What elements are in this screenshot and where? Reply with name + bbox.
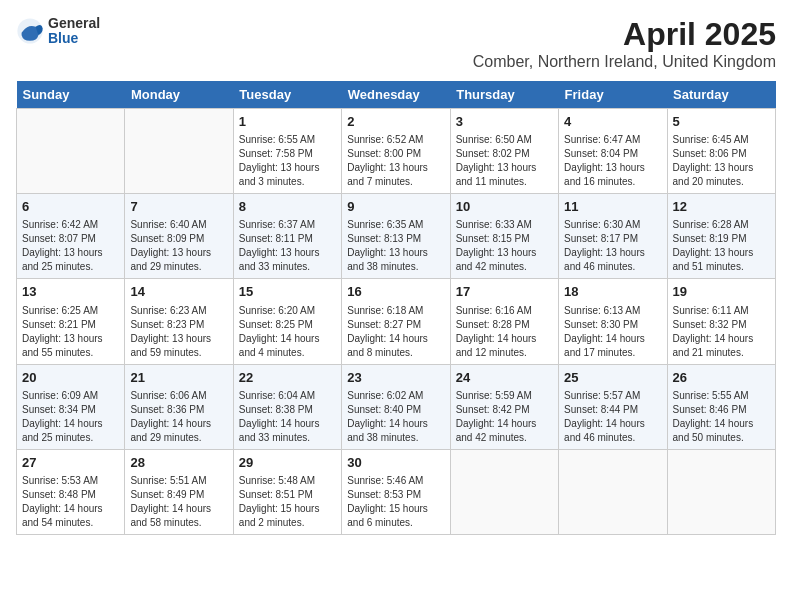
calendar-cell <box>17 109 125 194</box>
day-number: 16 <box>347 283 444 301</box>
calendar-cell: 15Sunrise: 6:20 AMSunset: 8:25 PMDayligh… <box>233 279 341 364</box>
day-number: 10 <box>456 198 553 216</box>
page-title: April 2025 <box>473 16 776 53</box>
header-cell-wednesday: Wednesday <box>342 81 450 109</box>
calendar-cell <box>125 109 233 194</box>
calendar-cell: 11Sunrise: 6:30 AMSunset: 8:17 PMDayligh… <box>559 194 667 279</box>
calendar-cell: 17Sunrise: 6:16 AMSunset: 8:28 PMDayligh… <box>450 279 558 364</box>
calendar-cell: 26Sunrise: 5:55 AMSunset: 8:46 PMDayligh… <box>667 364 775 449</box>
calendar-cell: 30Sunrise: 5:46 AMSunset: 8:53 PMDayligh… <box>342 449 450 534</box>
day-info: Sunrise: 6:16 AMSunset: 8:28 PMDaylight:… <box>456 304 553 360</box>
day-number: 21 <box>130 369 227 387</box>
header-cell-thursday: Thursday <box>450 81 558 109</box>
day-info: Sunrise: 6:04 AMSunset: 8:38 PMDaylight:… <box>239 389 336 445</box>
day-info: Sunrise: 5:59 AMSunset: 8:42 PMDaylight:… <box>456 389 553 445</box>
day-info: Sunrise: 6:55 AMSunset: 7:58 PMDaylight:… <box>239 133 336 189</box>
page-header: General Blue April 2025 Comber, Northern… <box>16 16 776 71</box>
calendar-cell: 12Sunrise: 6:28 AMSunset: 8:19 PMDayligh… <box>667 194 775 279</box>
calendar-cell <box>667 449 775 534</box>
header-row: SundayMondayTuesdayWednesdayThursdayFrid… <box>17 81 776 109</box>
day-number: 25 <box>564 369 661 387</box>
day-info: Sunrise: 6:30 AMSunset: 8:17 PMDaylight:… <box>564 218 661 274</box>
day-info: Sunrise: 6:06 AMSunset: 8:36 PMDaylight:… <box>130 389 227 445</box>
calendar-cell: 9Sunrise: 6:35 AMSunset: 8:13 PMDaylight… <box>342 194 450 279</box>
day-info: Sunrise: 5:55 AMSunset: 8:46 PMDaylight:… <box>673 389 770 445</box>
day-info: Sunrise: 6:50 AMSunset: 8:02 PMDaylight:… <box>456 133 553 189</box>
calendar-header: SundayMondayTuesdayWednesdayThursdayFrid… <box>17 81 776 109</box>
calendar-cell: 28Sunrise: 5:51 AMSunset: 8:49 PMDayligh… <box>125 449 233 534</box>
day-info: Sunrise: 6:52 AMSunset: 8:00 PMDaylight:… <box>347 133 444 189</box>
day-number: 3 <box>456 113 553 131</box>
calendar-body: 1Sunrise: 6:55 AMSunset: 7:58 PMDaylight… <box>17 109 776 535</box>
calendar-table: SundayMondayTuesdayWednesdayThursdayFrid… <box>16 81 776 535</box>
day-info: Sunrise: 6:11 AMSunset: 8:32 PMDaylight:… <box>673 304 770 360</box>
calendar-cell: 20Sunrise: 6:09 AMSunset: 8:34 PMDayligh… <box>17 364 125 449</box>
day-number: 15 <box>239 283 336 301</box>
logo: General Blue <box>16 16 100 47</box>
calendar-cell: 7Sunrise: 6:40 AMSunset: 8:09 PMDaylight… <box>125 194 233 279</box>
calendar-cell: 5Sunrise: 6:45 AMSunset: 8:06 PMDaylight… <box>667 109 775 194</box>
logo-general-text: General <box>48 16 100 31</box>
day-number: 17 <box>456 283 553 301</box>
calendar-cell: 8Sunrise: 6:37 AMSunset: 8:11 PMDaylight… <box>233 194 341 279</box>
calendar-cell: 3Sunrise: 6:50 AMSunset: 8:02 PMDaylight… <box>450 109 558 194</box>
calendar-week-4: 20Sunrise: 6:09 AMSunset: 8:34 PMDayligh… <box>17 364 776 449</box>
logo-icon <box>16 17 44 45</box>
calendar-cell: 29Sunrise: 5:48 AMSunset: 8:51 PMDayligh… <box>233 449 341 534</box>
calendar-week-5: 27Sunrise: 5:53 AMSunset: 8:48 PMDayligh… <box>17 449 776 534</box>
day-number: 1 <box>239 113 336 131</box>
calendar-cell: 16Sunrise: 6:18 AMSunset: 8:27 PMDayligh… <box>342 279 450 364</box>
logo-text: General Blue <box>48 16 100 47</box>
day-info: Sunrise: 6:25 AMSunset: 8:21 PMDaylight:… <box>22 304 119 360</box>
day-number: 23 <box>347 369 444 387</box>
day-number: 11 <box>564 198 661 216</box>
day-number: 5 <box>673 113 770 131</box>
calendar-cell: 10Sunrise: 6:33 AMSunset: 8:15 PMDayligh… <box>450 194 558 279</box>
logo-blue-text: Blue <box>48 31 100 46</box>
calendar-cell: 24Sunrise: 5:59 AMSunset: 8:42 PMDayligh… <box>450 364 558 449</box>
calendar-cell <box>450 449 558 534</box>
day-number: 6 <box>22 198 119 216</box>
header-cell-sunday: Sunday <box>17 81 125 109</box>
day-number: 26 <box>673 369 770 387</box>
day-number: 30 <box>347 454 444 472</box>
calendar-cell: 27Sunrise: 5:53 AMSunset: 8:48 PMDayligh… <box>17 449 125 534</box>
day-info: Sunrise: 6:02 AMSunset: 8:40 PMDaylight:… <box>347 389 444 445</box>
day-number: 12 <box>673 198 770 216</box>
calendar-cell: 2Sunrise: 6:52 AMSunset: 8:00 PMDaylight… <box>342 109 450 194</box>
day-number: 20 <box>22 369 119 387</box>
day-number: 19 <box>673 283 770 301</box>
day-number: 7 <box>130 198 227 216</box>
calendar-cell <box>559 449 667 534</box>
day-info: Sunrise: 5:46 AMSunset: 8:53 PMDaylight:… <box>347 474 444 530</box>
calendar-cell: 13Sunrise: 6:25 AMSunset: 8:21 PMDayligh… <box>17 279 125 364</box>
day-number: 2 <box>347 113 444 131</box>
day-number: 28 <box>130 454 227 472</box>
day-info: Sunrise: 5:48 AMSunset: 8:51 PMDaylight:… <box>239 474 336 530</box>
day-number: 4 <box>564 113 661 131</box>
day-number: 18 <box>564 283 661 301</box>
calendar-cell: 22Sunrise: 6:04 AMSunset: 8:38 PMDayligh… <box>233 364 341 449</box>
calendar-cell: 14Sunrise: 6:23 AMSunset: 8:23 PMDayligh… <box>125 279 233 364</box>
header-cell-tuesday: Tuesday <box>233 81 341 109</box>
day-number: 9 <box>347 198 444 216</box>
day-info: Sunrise: 6:37 AMSunset: 8:11 PMDaylight:… <box>239 218 336 274</box>
calendar-cell: 18Sunrise: 6:13 AMSunset: 8:30 PMDayligh… <box>559 279 667 364</box>
calendar-cell: 6Sunrise: 6:42 AMSunset: 8:07 PMDaylight… <box>17 194 125 279</box>
calendar-week-1: 1Sunrise: 6:55 AMSunset: 7:58 PMDaylight… <box>17 109 776 194</box>
day-number: 13 <box>22 283 119 301</box>
calendar-week-3: 13Sunrise: 6:25 AMSunset: 8:21 PMDayligh… <box>17 279 776 364</box>
day-number: 8 <box>239 198 336 216</box>
day-info: Sunrise: 6:28 AMSunset: 8:19 PMDaylight:… <box>673 218 770 274</box>
day-number: 14 <box>130 283 227 301</box>
calendar-cell: 25Sunrise: 5:57 AMSunset: 8:44 PMDayligh… <box>559 364 667 449</box>
page-subtitle: Comber, Northern Ireland, United Kingdom <box>473 53 776 71</box>
calendar-week-2: 6Sunrise: 6:42 AMSunset: 8:07 PMDaylight… <box>17 194 776 279</box>
calendar-cell: 1Sunrise: 6:55 AMSunset: 7:58 PMDaylight… <box>233 109 341 194</box>
header-cell-friday: Friday <box>559 81 667 109</box>
day-info: Sunrise: 6:47 AMSunset: 8:04 PMDaylight:… <box>564 133 661 189</box>
calendar-cell: 21Sunrise: 6:06 AMSunset: 8:36 PMDayligh… <box>125 364 233 449</box>
header-cell-monday: Monday <box>125 81 233 109</box>
title-area: April 2025 Comber, Northern Ireland, Uni… <box>473 16 776 71</box>
day-info: Sunrise: 5:57 AMSunset: 8:44 PMDaylight:… <box>564 389 661 445</box>
